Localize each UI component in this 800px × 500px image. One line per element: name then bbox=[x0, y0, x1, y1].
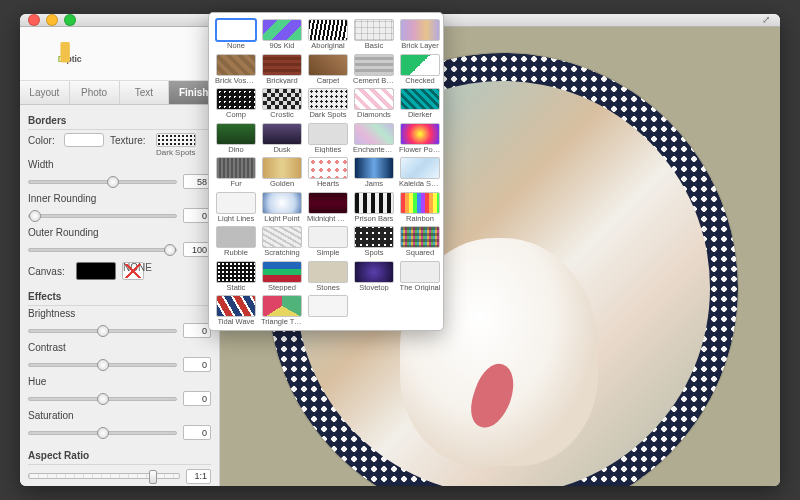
texture-thumb-icon bbox=[216, 19, 256, 41]
texture-option[interactable]: Simple bbox=[307, 226, 349, 257]
texture-thumb-icon bbox=[400, 157, 440, 179]
texture-thumb-icon bbox=[308, 192, 348, 214]
saturation-value[interactable]: 0 bbox=[183, 425, 211, 440]
texture-option[interactable]: Static bbox=[215, 261, 257, 292]
texture-option-label: Brickyard bbox=[266, 77, 297, 85]
texture-thumb-icon bbox=[400, 192, 440, 214]
texture-option[interactable]: Kaleida Snow bbox=[399, 157, 441, 188]
texture-option[interactable]: Light Point bbox=[261, 192, 303, 223]
close-icon[interactable] bbox=[28, 14, 40, 26]
texture-option-label: Flower Power bbox=[399, 146, 441, 154]
texture-option-label: Rubble bbox=[224, 249, 248, 257]
canvas-none-button[interactable]: NONE bbox=[122, 262, 144, 280]
texture-thumb-icon bbox=[216, 192, 256, 214]
width-slider[interactable] bbox=[28, 175, 177, 189]
texture-option-label: Jams bbox=[365, 180, 383, 188]
inner-rounding-slider[interactable] bbox=[28, 209, 177, 223]
texture-thumb-icon bbox=[262, 192, 302, 214]
texture-option[interactable]: Jams bbox=[353, 157, 395, 188]
texture-option[interactable]: Crostic bbox=[261, 88, 303, 119]
texture-option[interactable] bbox=[307, 295, 349, 326]
texture-thumb-icon bbox=[308, 295, 348, 317]
saturation-label: Saturation bbox=[28, 410, 211, 421]
texture-option[interactable]: Dark Spots bbox=[307, 88, 349, 119]
texture-option[interactable]: Basic bbox=[353, 19, 395, 50]
outer-rounding-value[interactable]: 100 bbox=[183, 242, 211, 257]
tab-text[interactable]: Text bbox=[120, 81, 170, 104]
brightness-slider[interactable] bbox=[28, 324, 177, 338]
texture-option[interactable]: Carpet bbox=[307, 54, 349, 85]
hue-value[interactable]: 0 bbox=[183, 391, 211, 406]
texture-option[interactable]: Rainbon bbox=[399, 192, 441, 223]
texture-option[interactable]: 90s Kid bbox=[261, 19, 303, 50]
border-texture-swatch[interactable] bbox=[156, 133, 196, 147]
canvas-none-label: NONE bbox=[123, 262, 152, 273]
texture-option[interactable]: Dusk bbox=[261, 123, 303, 154]
texture-option[interactable]: Stepped bbox=[261, 261, 303, 292]
texture-option[interactable]: Comp bbox=[215, 88, 257, 119]
border-color-swatch[interactable] bbox=[64, 133, 104, 147]
tab-layout[interactable]: Layout bbox=[20, 81, 70, 104]
texture-option[interactable]: Flower Power bbox=[399, 123, 441, 154]
aspect-value[interactable]: 1:1 bbox=[186, 469, 211, 484]
zoom-icon[interactable] bbox=[64, 14, 76, 26]
svg-rect-1 bbox=[60, 42, 69, 63]
texture-thumb-icon bbox=[400, 123, 440, 145]
texture-option[interactable]: Squared bbox=[399, 226, 441, 257]
brightness-value[interactable]: 0 bbox=[183, 323, 211, 338]
texture-option[interactable]: Midnight Red bbox=[307, 192, 349, 223]
inner-rounding-label: Inner Rounding bbox=[28, 193, 211, 204]
texture-option[interactable]: Diamonds bbox=[353, 88, 395, 119]
texture-option[interactable]: Fur bbox=[215, 157, 257, 188]
texture-thumb-icon bbox=[354, 88, 394, 110]
texture-option[interactable]: Brickyard bbox=[261, 54, 303, 85]
width-value[interactable]: 58 bbox=[183, 174, 211, 189]
texture-option[interactable]: Dino bbox=[215, 123, 257, 154]
texture-option[interactable]: Stones bbox=[307, 261, 349, 292]
texture-option[interactable]: Checked bbox=[399, 54, 441, 85]
saturation-slider[interactable] bbox=[28, 426, 177, 440]
texture-thumb-icon bbox=[308, 123, 348, 145]
texture-option[interactable]: Stovetop bbox=[353, 261, 395, 292]
texture-option[interactable]: The Original bbox=[399, 261, 441, 292]
texture-thumb-icon bbox=[400, 226, 440, 248]
texture-thumb-icon bbox=[308, 226, 348, 248]
texture-option[interactable]: Triangle Trap bbox=[261, 295, 303, 326]
tab-photo[interactable]: Photo bbox=[70, 81, 120, 104]
texture-option[interactable]: Scratching bbox=[261, 226, 303, 257]
texture-thumb-icon bbox=[354, 192, 394, 214]
texture-option[interactable]: Aboriginal bbox=[307, 19, 349, 50]
texture-thumb-icon bbox=[216, 54, 256, 76]
texture-option[interactable]: Cement Blocks bbox=[353, 54, 395, 85]
outer-rounding-slider[interactable] bbox=[28, 243, 177, 257]
texture-option[interactable]: Brick Vosges bbox=[215, 54, 257, 85]
hue-slider[interactable] bbox=[28, 392, 177, 406]
texture-option[interactable]: Dierker bbox=[399, 88, 441, 119]
texture-option[interactable]: Eighties bbox=[307, 123, 349, 154]
aspect-slider[interactable] bbox=[28, 467, 180, 485]
contrast-slider[interactable] bbox=[28, 358, 177, 372]
minimize-icon[interactable] bbox=[46, 14, 58, 26]
texture-option[interactable]: Hearts bbox=[307, 157, 349, 188]
inner-rounding-value[interactable]: 0 bbox=[183, 208, 211, 223]
texture-current-name: Dark Spots bbox=[156, 148, 211, 157]
texture-option[interactable]: Light Lines bbox=[215, 192, 257, 223]
hue-label: Hue bbox=[28, 376, 211, 387]
texture-option[interactable]: Golden bbox=[261, 157, 303, 188]
canvas-color-swatch[interactable] bbox=[76, 262, 116, 280]
texture-option[interactable]: Enchanted Lines bbox=[353, 123, 395, 154]
texture-option[interactable]: Rubble bbox=[215, 226, 257, 257]
outer-rounding-label: Outer Rounding bbox=[28, 227, 211, 238]
texture-option[interactable]: Spots bbox=[353, 226, 395, 257]
contrast-value[interactable]: 0 bbox=[183, 357, 211, 372]
canvas-label: Canvas: bbox=[28, 266, 70, 277]
section-effects: Effects bbox=[28, 287, 211, 306]
texture-option-label: Aboriginal bbox=[311, 42, 344, 50]
sidebar: Diptic Layout Photo Text Finish Borders … bbox=[20, 27, 220, 486]
texture-option-label: Kaleida Snow bbox=[399, 180, 441, 188]
expand-icon[interactable]: ⤢ bbox=[760, 15, 772, 25]
texture-option[interactable]: Prison Bars bbox=[353, 192, 395, 223]
texture-option[interactable]: Tidal Wave bbox=[215, 295, 257, 326]
texture-option[interactable]: None bbox=[215, 19, 257, 50]
texture-option[interactable]: Brick Layer bbox=[399, 19, 441, 50]
